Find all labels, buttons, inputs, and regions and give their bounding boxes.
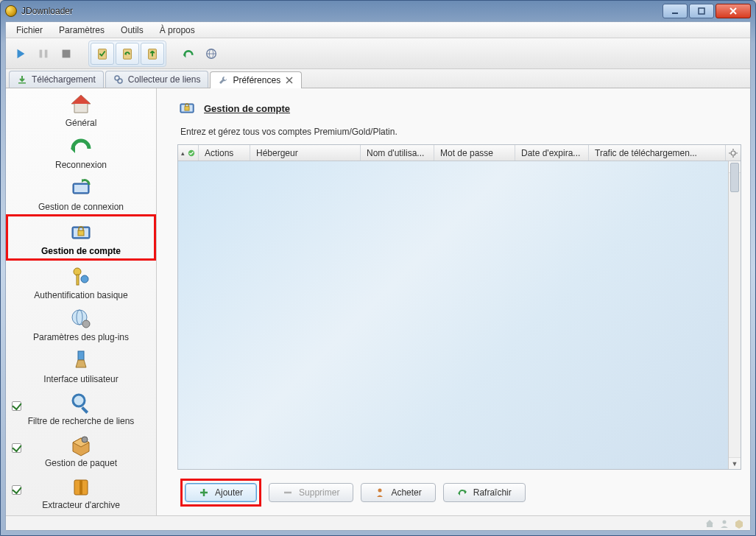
minus-icon <box>283 487 293 498</box>
tab-downloads[interactable]: Téléchargement <box>9 71 104 88</box>
section-description: Entrez et gérez tous vos comptes Premium… <box>177 124 741 144</box>
maximize-button[interactable] <box>689 4 714 18</box>
menu-settings[interactable]: Paramètres <box>53 24 110 37</box>
close-icon <box>286 77 293 84</box>
svg-marker-18 <box>71 95 91 104</box>
tab-close-button[interactable] <box>285 76 294 85</box>
sidebar-item-checkbox[interactable] <box>12 401 21 411</box>
clipboard-refresh-icon <box>121 47 134 60</box>
status-user-icon <box>719 518 729 529</box>
sidebar-item-extractor[interactable]: Extracteur d'archive <box>6 470 156 512</box>
menu-about[interactable]: À propos <box>154 24 201 37</box>
sidebar-item-packagizer[interactable]: Gestion de paquet <box>6 429 156 470</box>
svg-rect-43 <box>185 107 189 110</box>
svg-point-34 <box>73 395 85 406</box>
col-username[interactable]: Nom d'utilisa... <box>361 145 434 161</box>
minimize-button[interactable] <box>663 4 688 18</box>
update-button[interactable] <box>201 43 222 64</box>
scroll-thumb[interactable] <box>730 163 739 192</box>
monitor-lock-icon <box>68 220 93 245</box>
play-button[interactable] <box>10 43 31 64</box>
table-config-button[interactable] <box>726 145 741 161</box>
svg-point-38 <box>82 437 88 442</box>
app-window: JDownloader Fichier Paramètres Outils À … <box>0 0 756 536</box>
globe-icon <box>205 47 218 60</box>
col-password[interactable]: Mot de passe <box>434 145 515 161</box>
col-sort[interactable] <box>178 145 199 161</box>
svg-rect-1 <box>699 8 704 14</box>
clipboard-check-icon <box>96 47 109 60</box>
brush-icon <box>68 348 93 373</box>
svg-rect-21 <box>74 185 88 192</box>
key-user-icon <box>68 264 93 289</box>
tab-label: Collecteur de liens <box>128 74 201 85</box>
menu-tools[interactable]: Outils <box>115 24 149 37</box>
svg-point-45 <box>731 151 735 155</box>
button-row: Ajouter Supprimer Acheter Rafraîchir <box>177 470 741 508</box>
sidebar-item-checkbox[interactable] <box>12 485 21 495</box>
svg-rect-7 <box>124 49 132 59</box>
content: Général Reconnexion Gestion de connexion… <box>6 88 750 515</box>
svg-rect-35 <box>81 406 88 414</box>
col-expiry[interactable]: Date d'expira... <box>515 145 589 161</box>
sidebar-item-accounts[interactable]: Gestion de compte <box>6 214 156 261</box>
remove-button[interactable]: Supprimer <box>269 483 353 502</box>
preferences-sidebar[interactable]: Général Reconnexion Gestion de connexion… <box>6 88 157 515</box>
svg-rect-4 <box>45 49 48 57</box>
sidebar-item-connection[interactable]: Gestion de connexion <box>6 172 156 214</box>
pause-icon <box>37 47 50 60</box>
stop-button[interactable] <box>56 43 77 64</box>
titlebar[interactable]: JDownloader <box>1 1 755 21</box>
col-actions[interactable]: Actions <box>199 145 250 161</box>
button-label: Supprimer <box>299 487 339 498</box>
svg-rect-32 <box>78 351 84 360</box>
sidebar-item-ui[interactable]: Interface utilisateur <box>6 345 156 387</box>
svg-point-28 <box>81 275 88 283</box>
download-icon <box>17 74 27 85</box>
add-button[interactable]: Ajouter <box>185 483 257 502</box>
box-gear-icon <box>68 432 93 457</box>
sidebar-item-label: Authentification basique <box>34 291 127 300</box>
svg-point-16 <box>118 79 122 83</box>
client-area: Fichier Paramètres Outils À propos <box>5 21 751 531</box>
sidebar-item-label: Gestion de connexion <box>38 202 124 212</box>
sidebar-item-checkbox[interactable] <box>12 443 21 453</box>
clipboard-btn-2[interactable] <box>116 43 139 65</box>
section-title: Gestion de compte <box>204 103 290 114</box>
accounts-table: Actions Hébergeur Nom d'utilisa... Mot d… <box>177 144 741 470</box>
refresh-button[interactable]: Rafraîchir <box>443 483 526 502</box>
link-icon <box>113 74 124 85</box>
sidebar-item-linkfilter[interactable]: Filtre de recherche de liens <box>6 387 156 429</box>
refresh-icon <box>457 487 467 498</box>
sidebar-item-reconnection[interactable]: Reconnexion <box>6 130 156 172</box>
pause-button[interactable] <box>33 43 54 64</box>
button-label: Acheter <box>391 487 421 498</box>
table-body[interactable]: ▲ ▼ <box>178 161 741 469</box>
globe-gear-icon <box>68 306 93 331</box>
sidebar-item-label: Extracteur d'archive <box>42 501 120 510</box>
magnifier-icon <box>68 390 93 415</box>
svg-rect-27 <box>77 275 79 285</box>
sidebar-item-label: Interface utilisateur <box>43 375 118 384</box>
svg-marker-33 <box>76 360 86 367</box>
sidebar-item-more[interactable] <box>6 512 156 515</box>
col-traffic[interactable]: Trafic de téléchargemen... <box>589 145 726 161</box>
close-button[interactable] <box>716 4 751 18</box>
scroll-down-button[interactable]: ▼ <box>729 457 741 469</box>
reconnect-button[interactable] <box>178 43 199 64</box>
table-scrollbar[interactable]: ▲ ▼ <box>728 161 741 469</box>
sidebar-item-plugins[interactable]: Paramètres des plug-ins <box>6 303 156 345</box>
sidebar-item-basicauth[interactable]: Authentification basique <box>6 261 156 303</box>
col-hoster[interactable]: Hébergeur <box>250 145 361 161</box>
clipboard-btn-3[interactable] <box>141 43 164 65</box>
svg-rect-5 <box>63 49 71 57</box>
svg-marker-53 <box>464 490 467 494</box>
tabs-row: Téléchargement Collecteur de liens Préfé… <box>6 69 750 88</box>
archive-icon <box>68 474 93 499</box>
buy-button[interactable]: Acheter <box>361 483 435 502</box>
sidebar-item-general[interactable]: Général <box>6 88 156 130</box>
tab-preferences[interactable]: Préférences <box>210 71 302 88</box>
clipboard-btn-1[interactable] <box>91 43 114 65</box>
tab-linkgrabber[interactable]: Collecteur de liens <box>105 71 209 88</box>
menu-file[interactable]: Fichier <box>10 24 49 37</box>
